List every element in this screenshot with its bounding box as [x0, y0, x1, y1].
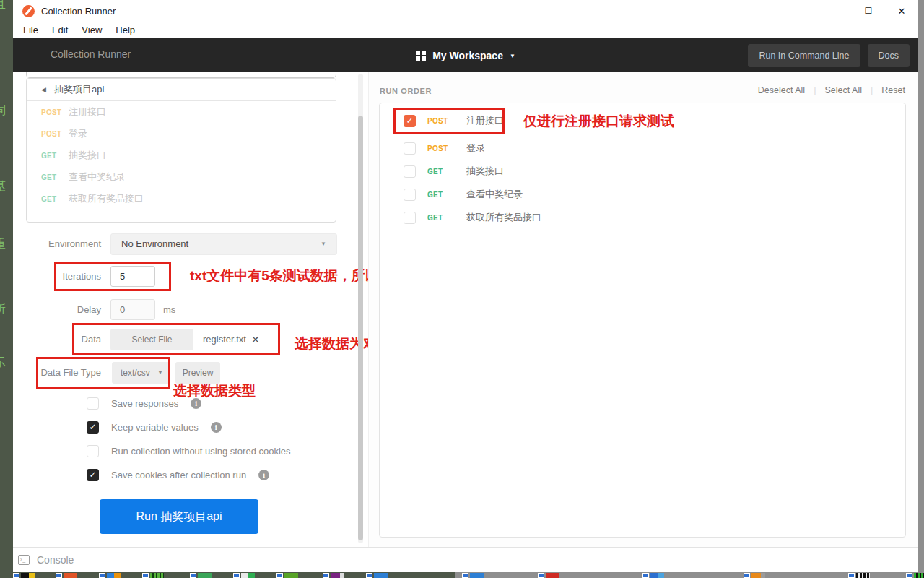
- request-name: 查看中奖纪录: [466, 188, 523, 201]
- desktop-icon: [906, 573, 924, 578]
- desktop-glyph: 示: [0, 355, 6, 371]
- select-all-link[interactable]: Select All: [825, 85, 862, 95]
- desktop-icon: [190, 573, 212, 578]
- postman-logo-icon: [22, 5, 35, 17]
- run-order-checkbox-checked[interactable]: ✓: [404, 115, 416, 127]
- run-order-title: RUN ORDER: [380, 87, 432, 95]
- save-cookies-checkbox[interactable]: ✓: [87, 469, 99, 481]
- desktop-glyph: 基: [0, 179, 6, 194]
- method-badge: GET: [427, 214, 455, 222]
- keep-variable-values-checkbox[interactable]: ✓: [87, 421, 99, 434]
- desktop-icon: [13, 573, 35, 578]
- desktop-icon: [323, 573, 344, 578]
- menu-edit[interactable]: Edit: [52, 25, 68, 35]
- run-order-row[interactable]: GET 查看中奖纪录: [380, 183, 905, 206]
- run-order-row[interactable]: GET 抽奖接口: [380, 160, 905, 183]
- tree-request-row[interactable]: GET 抽奖接口: [27, 144, 336, 166]
- method-badge: GET: [41, 195, 69, 203]
- checkbox-label: Save responses: [111, 398, 178, 409]
- run-order-checkbox[interactable]: [404, 142, 416, 155]
- menu-view[interactable]: View: [82, 25, 102, 35]
- reset-link[interactable]: Reset: [881, 85, 905, 95]
- delay-input[interactable]: 0: [110, 299, 155, 320]
- method-badge: GET: [41, 173, 69, 181]
- info-icon[interactable]: i: [211, 422, 222, 433]
- collection-tree-card: ◀ 抽奖项目api POST 注册接口 POST 登录 GET 抽奖接口 GET: [26, 78, 336, 223]
- desktop-icon: [233, 573, 255, 578]
- minimize-button[interactable]: —: [819, 0, 852, 22]
- close-button[interactable]: ✕: [885, 0, 918, 22]
- run-collection-button[interactable]: Run 抽奖项目api: [100, 499, 258, 534]
- save-responses-checkbox[interactable]: [87, 397, 99, 410]
- checkbox-label: Keep variable values: [111, 422, 199, 433]
- search-input-partial[interactable]: [26, 72, 336, 78]
- scrollbar-track[interactable]: [358, 74, 363, 543]
- checkbox-label: Run collection without using stored cook…: [111, 446, 291, 457]
- tree-request-row[interactable]: GET 获取所有奖品接口: [27, 188, 336, 210]
- left-pane: ◀ 抽奖项目api POST 注册接口 POST 登录 GET 抽奖接口 GET: [13, 72, 368, 547]
- environment-select[interactable]: No Environment ▼: [110, 233, 337, 255]
- tree-request-row[interactable]: POST 注册接口: [27, 101, 336, 123]
- selected-file-name: register.txt: [203, 329, 246, 350]
- workspace-label: My Workspace: [432, 50, 503, 61]
- request-name: 注册接口: [466, 114, 504, 127]
- method-badge: POST: [427, 144, 455, 152]
- tree-request-row[interactable]: POST 登录: [27, 123, 336, 144]
- run-order-checkbox[interactable]: [404, 189, 416, 201]
- console-label: Console: [37, 554, 74, 566]
- desktop-icon: [366, 573, 388, 578]
- run-order-checkbox[interactable]: [404, 165, 416, 178]
- desktop-glyph: 词: [0, 103, 6, 118]
- console-bar[interactable]: ›_ Console: [13, 547, 918, 572]
- chevron-down-icon: ▼: [157, 362, 163, 384]
- request-name: 登录: [466, 142, 485, 155]
- desktop-background-strip: 且 词 基 重 所 示: [0, 0, 13, 578]
- request-name: 注册接口: [69, 105, 106, 118]
- desktop-icon: [99, 573, 121, 578]
- preview-button[interactable]: Preview: [175, 362, 220, 384]
- remove-file-icon[interactable]: ✕: [251, 329, 260, 350]
- menu-help[interactable]: Help: [116, 25, 135, 35]
- checkbox-label: Save cookies after collection run: [111, 470, 246, 480]
- app-window: Collection Runner — ☐ ✕ File Edit View H…: [13, 0, 918, 572]
- desktop-icon: [642, 573, 664, 578]
- desktop-taskbar-strip: [0, 572, 924, 578]
- chevron-down-icon: ▼: [510, 53, 515, 59]
- info-icon[interactable]: i: [191, 398, 201, 409]
- header-actions: Run In Command Line Docs: [748, 44, 910, 67]
- maximize-button[interactable]: ☐: [852, 0, 885, 22]
- desktop-icon: [538, 573, 559, 578]
- desktop-glyph: 重: [0, 237, 6, 252]
- method-badge: GET: [427, 168, 455, 176]
- run-order-links: Deselect All | Select All | Reset: [758, 85, 905, 95]
- run-order-row[interactable]: POST 登录: [380, 137, 905, 160]
- menubar: File Edit View Help: [13, 22, 918, 38]
- keep-variable-values-row: ✓ Keep variable values i: [87, 420, 222, 434]
- iterations-input[interactable]: 5: [110, 266, 155, 287]
- deselect-all-link[interactable]: Deselect All: [758, 85, 805, 95]
- run-order-checkbox[interactable]: [404, 212, 416, 224]
- tree-request-row[interactable]: GET 查看中奖纪录: [27, 166, 336, 188]
- scrollbar-thumb[interactable]: [358, 116, 363, 540]
- chevron-down-icon: ▼: [321, 234, 326, 254]
- info-icon[interactable]: i: [258, 470, 269, 480]
- data-label: Data: [29, 329, 101, 350]
- data-file-type-select[interactable]: text/csv ▼: [112, 362, 170, 384]
- desktop-icon: [142, 573, 164, 578]
- window-controls: — ☐ ✕: [819, 0, 918, 22]
- run-order-card: ✓ POST 注册接口 POST 登录 GET 抽奖接口 GET: [379, 103, 906, 538]
- docs-button[interactable]: Docs: [868, 44, 910, 67]
- window-title: Collection Runner: [41, 6, 116, 17]
- desktop-glyph: 且: [0, 0, 6, 12]
- desktop-glyph: 所: [0, 302, 6, 317]
- iterations-label: Iterations: [29, 266, 101, 288]
- method-badge: POST: [41, 108, 69, 116]
- run-without-cookies-checkbox[interactable]: [87, 445, 99, 457]
- collection-header[interactable]: ◀ 抽奖项目api: [27, 79, 336, 101]
- save-cookies-row: ✓ Save cookies after collection run i: [87, 468, 269, 481]
- run-order-row[interactable]: GET 获取所有奖品接口: [380, 206, 905, 229]
- run-in-command-line-button[interactable]: Run In Command Line: [748, 44, 860, 67]
- back-arrow-icon[interactable]: ◀: [41, 86, 46, 93]
- select-file-button[interactable]: Select File: [110, 329, 193, 350]
- menu-file[interactable]: File: [23, 25, 38, 35]
